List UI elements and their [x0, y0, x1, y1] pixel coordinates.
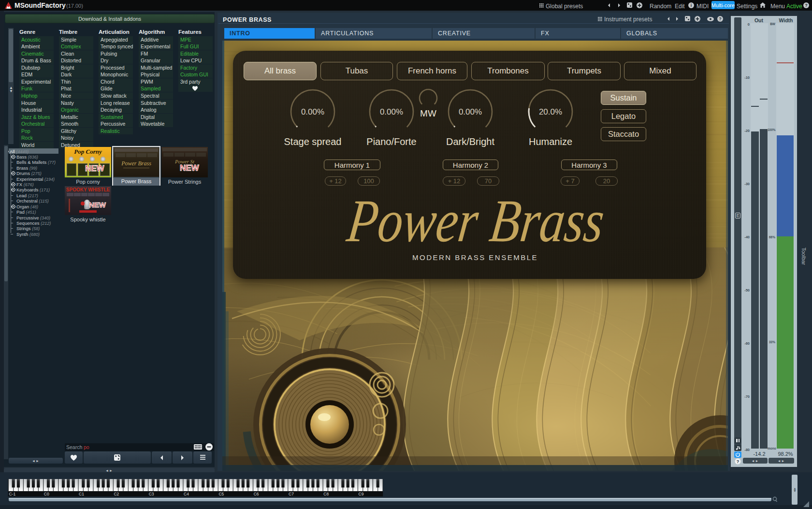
svg-text:?: ?	[805, 3, 808, 8]
svg-text:C2: C2	[114, 492, 119, 496]
svg-text:C5: C5	[218, 492, 224, 496]
svg-text:C7: C7	[289, 492, 294, 496]
svg-text:C6: C6	[254, 492, 259, 496]
svg-text:C8: C8	[323, 492, 329, 496]
svg-text:C4: C4	[184, 492, 189, 496]
svg-text:C9: C9	[359, 492, 364, 496]
svg-text:C3: C3	[149, 492, 154, 496]
svg-text:C-1: C-1	[9, 492, 16, 496]
svg-text:?: ?	[719, 16, 722, 21]
svg-text:?: ?	[737, 459, 740, 464]
svg-text:i: i	[691, 3, 692, 8]
svg-text:C1: C1	[79, 492, 84, 496]
svg-text:C0: C0	[44, 492, 49, 496]
